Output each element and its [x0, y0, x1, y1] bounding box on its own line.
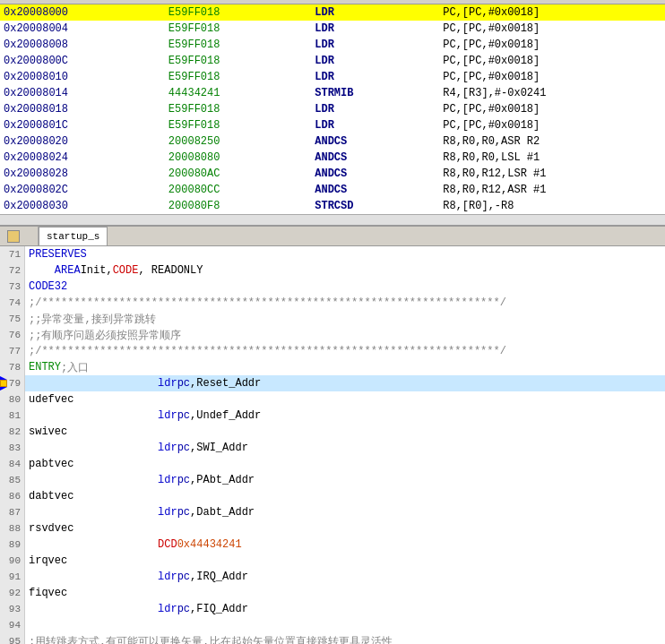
gutter-line: 90: [0, 553, 24, 569]
source-line[interactable]: pabtvec: [25, 456, 665, 472]
source-line[interactable]: ldr pc, SWI_Addr: [25, 440, 665, 456]
source-line[interactable]: ;;有顺序问题必须按照异常顺序: [25, 327, 665, 343]
source-line[interactable]: ENTRY ;入口: [25, 359, 665, 375]
source-line[interactable]: swivec: [25, 424, 665, 440]
instr-kw: ldr: [158, 409, 177, 422]
gutter-line: 87: [0, 504, 24, 520]
source-panel: startup_s 717273747576777879808182838485…: [0, 227, 665, 644]
instr-kw: ldr: [158, 603, 177, 615]
instr-sep: ,: [190, 442, 196, 454]
source-line[interactable]: irqvec: [25, 553, 665, 569]
disassembly-row[interactable]: 0x20008004 E59FF018 LDR PC,[PC,#0x0018]: [0, 21, 665, 37]
tab-color-bar[interactable]: [0, 227, 39, 245]
source-line[interactable]: ;;异常变量,接到异常跳转: [25, 311, 665, 327]
disassembly-row[interactable]: 0x20008020 20008250 ANDCS R8,R0,R0,ASR R…: [0, 133, 665, 150]
disassembly-row[interactable]: 0x2000801C E59FF018 LDR PC,[PC,#0x0018]: [0, 117, 665, 133]
source-line[interactable]: ;/**************************************…: [25, 295, 665, 311]
ops-cell: PC,[PC,#0x0018]: [439, 101, 665, 117]
indent: [29, 442, 158, 454]
instr-sep: ,: [190, 377, 196, 390]
disassembly-row[interactable]: 0x20008018 E59FF018 LDR PC,[PC,#0x0018]: [0, 101, 665, 117]
mnem-cell: LDR: [311, 21, 439, 37]
source-line[interactable]: ;用转跳表方式,有可能可以更换矢量,比在起始矢量位置直接跳转更具灵活性: [25, 633, 665, 644]
hex-cell: E59FF018: [165, 101, 311, 117]
indent: [29, 571, 158, 583]
instr-operand: Reset_Addr: [196, 377, 261, 390]
label-text: fiqvec: [29, 587, 67, 599]
instr-operand: FIQ_Addr: [196, 603, 248, 615]
disassembly-row[interactable]: 0x2000802C 200080CC ANDCS R8,R0,R12,ASR …: [0, 182, 665, 198]
source-line[interactable]: udefvec: [25, 391, 665, 408]
mnem-cell: ANDCS: [311, 166, 439, 182]
disassembly-row[interactable]: 0x20008028 200080AC ANDCS R8,R0,R12,LSR …: [0, 166, 665, 182]
source-lines[interactable]: PRESERVES AREA Init, CODE, READONLYCODE3…: [25, 246, 665, 644]
label-text: swivec: [29, 425, 67, 438]
gutter-line: 71: [0, 246, 24, 262]
source-line[interactable]: ldr pc, IRQ_Addr: [25, 569, 665, 585]
gutter-line: 92: [0, 585, 24, 601]
tab-startup-suffix: s: [94, 231, 100, 242]
disassembly-scrollbar[interactable]: [0, 214, 665, 225]
instr-sep: ,: [190, 603, 196, 615]
gutter-line: 89: [0, 537, 24, 553]
gutter-line: 76: [0, 327, 24, 343]
mnem-cell: LDR: [311, 69, 439, 85]
indent: [29, 538, 158, 551]
source-line[interactable]: AREA Init, CODE, READONLY: [25, 262, 665, 279]
disassembly-row[interactable]: 0x20008000 E59FF018 LDR PC,[PC,#0x0018]: [0, 4, 665, 21]
disassembly-row[interactable]: 0x20008010 E59FF018 LDR PC,[PC,#0x0018]: [0, 69, 665, 85]
addr-cell: 0x20008030: [0, 198, 165, 214]
addr-cell: 0x20008010: [0, 69, 165, 85]
instr-sep: ,: [190, 474, 196, 486]
addr-cell: 0x20008014: [0, 85, 165, 101]
addr-cell: 0x2000801C: [0, 117, 165, 133]
instr-reg: pc: [177, 603, 190, 615]
instr-reg: pc: [177, 571, 190, 583]
indent: [29, 377, 158, 390]
gutter-line: 74: [0, 295, 24, 311]
entry-label: ENTRY: [29, 361, 61, 374]
source-line[interactable]: ldr pc, Undef_Addr: [25, 408, 665, 424]
instr-operand: IRQ_Addr: [196, 571, 248, 583]
instr-reg: pc: [177, 474, 190, 486]
comment-text: ;/**************************************…: [29, 345, 506, 357]
hex-cell: 20008250: [165, 133, 311, 150]
source-content: 7172737475767778798081828384858687888990…: [0, 246, 665, 644]
disassembly-row[interactable]: 0x20008030 200080F8 STRCSD R8,[R0],-R8: [0, 198, 665, 214]
comment-text: ;;异常变量,接到异常跳转: [29, 312, 156, 327]
source-line[interactable]: ldr pc, Dabt_Addr: [25, 504, 665, 520]
source-line[interactable]: DCD 0x44434241: [25, 537, 665, 553]
indent: [29, 409, 158, 422]
disassembly-row[interactable]: 0x2000800C E59FF018 LDR PC,[PC,#0x0018]: [0, 53, 665, 69]
mnem-cell: LDR: [311, 53, 439, 69]
directive-text: CODE32: [29, 280, 67, 293]
disassembly-row[interactable]: 0x20008024 20008080 ANDCS R8,R0,R0,LSL #…: [0, 150, 665, 166]
source-line[interactable]: ldr pc, FIQ_Addr: [25, 601, 665, 617]
tab-startup[interactable]: startup_s: [39, 227, 108, 245]
hex-cell: 200080AC: [165, 166, 311, 182]
area-kw: AREA: [55, 264, 81, 277]
source-line[interactable]: ldr pc, Reset_Addr: [25, 375, 665, 391]
instr-kw: ldr: [158, 377, 177, 390]
ops-cell: R8,R0,R12,ASR #1: [439, 182, 665, 198]
source-line[interactable]: ;/**************************************…: [25, 343, 665, 359]
area-args: Init,: [81, 264, 113, 277]
ops-cell: PC,[PC,#0x0018]: [439, 4, 665, 21]
source-line[interactable]: dabtvec: [25, 488, 665, 504]
mnem-cell: LDR: [311, 101, 439, 117]
disassembly-row[interactable]: 0x20008014 44434241 STRMIB R4,[R3],#-0x0…: [0, 85, 665, 101]
source-line[interactable]: PRESERVES: [25, 246, 665, 262]
gutter-line: 82: [0, 424, 24, 440]
source-line[interactable]: [25, 617, 665, 633]
source-line[interactable]: CODE32: [25, 279, 665, 295]
disassembly-row[interactable]: 0x20008008 E59FF018 LDR PC,[PC,#0x0018]: [0, 37, 665, 53]
source-line[interactable]: fiqvec: [25, 585, 665, 601]
source-line[interactable]: rsvdvec: [25, 520, 665, 537]
indent: [29, 603, 158, 615]
gutter-line: 73: [0, 279, 24, 295]
gutter-line: 94: [0, 617, 24, 633]
addr-cell: 0x2000802C: [0, 182, 165, 198]
source-line[interactable]: ldr pc, PAbt_Addr: [25, 472, 665, 488]
source-tabs: startup_s: [0, 227, 665, 246]
gutter-line: 84: [0, 456, 24, 472]
